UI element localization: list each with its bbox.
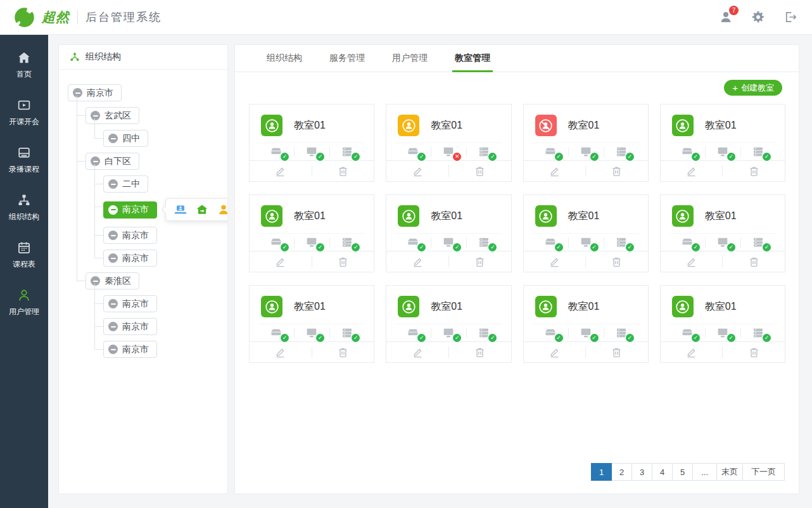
monitor-device-icon: ✓ — [303, 145, 320, 158]
collapse-minus-icon[interactable] — [108, 322, 118, 331]
tree-node-box[interactable]: 南京市 — [103, 295, 157, 312]
classroom-title: 教室01 — [431, 119, 462, 132]
sidebar-item-user[interactable]: 用户管理 — [0, 283, 48, 323]
collapse-minus-icon[interactable] — [108, 134, 118, 143]
delete-classroom-button[interactable] — [312, 251, 374, 272]
delete-classroom-button[interactable] — [723, 342, 785, 362]
edit-classroom-button[interactable] — [386, 161, 448, 181]
edit-classroom-button[interactable] — [524, 251, 586, 272]
tree-node: 四中 — [103, 124, 224, 147]
collapse-minus-icon[interactable] — [108, 179, 118, 189]
classroom-status-icon — [672, 205, 694, 227]
device-status-row: ✓ ✓ ✓ — [669, 233, 776, 251]
classroom-card: 教室01 ✓ ✓ ✓ — [249, 194, 374, 272]
delete-classroom-button[interactable] — [586, 251, 648, 272]
collapse-minus-icon[interactable] — [108, 231, 118, 240]
page-3[interactable]: 3 — [631, 463, 652, 481]
page-1[interactable]: 1 — [591, 463, 612, 481]
tree-node-box[interactable]: 四中 — [103, 130, 148, 147]
page-末页[interactable]: 末页 — [716, 463, 743, 481]
sidebar-item-calendar[interactable]: 课程表 — [0, 235, 48, 276]
tree-node: 玄武区 四中 — [86, 101, 224, 147]
classroom-card-footer — [524, 251, 648, 272]
device-status-row: ✓ ✓ ✓ — [258, 324, 365, 341]
sidebar-item-org[interactable]: 组织结构 — [0, 187, 48, 228]
edit-classroom-button[interactable] — [661, 342, 723, 362]
tree-node-box[interactable]: 南京市 — [103, 341, 157, 358]
edit-classroom-button[interactable] — [250, 342, 312, 362]
monitor-device-icon: ✓ — [578, 145, 594, 158]
trash-icon — [611, 256, 623, 268]
classroom-card-header: 教室01 — [250, 286, 374, 317]
top-header: 超然 后台管理系统 7 — [0, 0, 812, 35]
edit-classroom-button[interactable] — [661, 251, 723, 272]
delete-classroom-button[interactable] — [312, 161, 374, 181]
person-icon[interactable] — [217, 203, 228, 216]
server-device-icon: ✓ — [339, 236, 355, 249]
tree-node-box[interactable]: 南京市 — [103, 318, 157, 335]
tree-node: 南京市 — [103, 221, 224, 244]
collapse-minus-icon[interactable] — [108, 299, 118, 308]
device-status-badge: ✓ — [590, 153, 599, 161]
brand-name: 超然 — [42, 8, 70, 26]
recorder-device-icon: ✓ — [268, 145, 284, 158]
tab-1[interactable]: 服务管理 — [329, 45, 365, 72]
delete-classroom-button[interactable] — [586, 342, 648, 362]
tree-node-box[interactable]: 南京市 — [103, 201, 157, 219]
collapse-minus-icon[interactable] — [108, 253, 118, 263]
trash-icon — [748, 165, 760, 177]
classroom-card: 教室01 ✓ ✕ ✓ — [386, 104, 511, 182]
tab-0[interactable]: 组织结构 — [267, 45, 302, 72]
delete-classroom-button[interactable] — [449, 161, 511, 181]
recorder-device-icon: ✓ — [268, 326, 284, 340]
edit-classroom-button[interactable] — [386, 251, 448, 272]
edit-classroom-button[interactable] — [386, 342, 448, 362]
page-...[interactable]: ... — [692, 463, 717, 481]
tree-node-box[interactable]: 南京市 — [68, 84, 122, 101]
tree-node: 秦淮区 南京市 南京市 南京市 — [86, 267, 224, 358]
tree-node-box[interactable]: 南京市 — [103, 227, 157, 244]
sidebar-item-recorder[interactable]: 录播课程 — [0, 140, 48, 181]
delete-classroom-button[interactable] — [449, 342, 511, 362]
delete-classroom-button[interactable] — [723, 161, 785, 181]
collapse-minus-icon[interactable] — [91, 156, 100, 166]
collapse-minus-icon[interactable] — [91, 276, 100, 286]
edit-classroom-button[interactable] — [524, 161, 586, 181]
edit-classroom-button[interactable] — [661, 161, 723, 181]
tree-node-box[interactable]: 二中 — [103, 175, 148, 193]
tab-3[interactable]: 教室管理 — [455, 45, 490, 72]
page-下一页[interactable]: 下一页 — [742, 463, 785, 481]
collapse-minus-icon[interactable] — [91, 111, 100, 120]
tab-2[interactable]: 用户管理 — [392, 45, 428, 72]
settings-button[interactable] — [751, 10, 766, 25]
page-5[interactable]: 5 — [672, 463, 693, 481]
device-status-badge: ✓ — [590, 334, 599, 342]
edit-icon — [412, 346, 424, 359]
delete-classroom-button[interactable] — [586, 161, 648, 181]
edit-classroom-button[interactable] — [250, 251, 312, 272]
collapse-minus-icon[interactable] — [73, 88, 82, 98]
delete-classroom-button[interactable] — [449, 251, 511, 272]
laptop-icon[interactable] — [174, 203, 187, 216]
tree-node-box[interactable]: 白下区 — [86, 153, 139, 170]
collapse-minus-icon[interactable] — [108, 205, 118, 215]
sidebar-item-video[interactable]: 开课开会 — [0, 92, 48, 133]
sidebar-item-home[interactable]: 首页 — [0, 45, 48, 86]
page-4[interactable]: 4 — [652, 463, 673, 481]
edit-classroom-button[interactable] — [524, 342, 586, 362]
edit-classroom-button[interactable] — [250, 161, 312, 181]
logout-button[interactable] — [783, 10, 798, 25]
tree-node-box[interactable]: 玄武区 — [86, 107, 139, 124]
collapse-minus-icon[interactable] — [108, 345, 118, 354]
page-2[interactable]: 2 — [611, 463, 632, 481]
delete-classroom-button[interactable] — [312, 342, 374, 362]
classroom-card: 教室01 ✓ ✓ ✓ — [386, 194, 511, 272]
create-classroom-button[interactable]: + 创建教室 — [724, 80, 782, 96]
tree-node-box[interactable]: 秦淮区 — [86, 272, 139, 289]
tree-node-box[interactable]: 南京市 — [103, 250, 157, 267]
delete-classroom-button[interactable] — [723, 251, 785, 272]
school-icon[interactable] — [196, 203, 208, 216]
notifications-button[interactable]: 7 — [718, 10, 733, 25]
recorder-device-icon: ✓ — [679, 326, 695, 340]
video-icon — [17, 98, 31, 112]
